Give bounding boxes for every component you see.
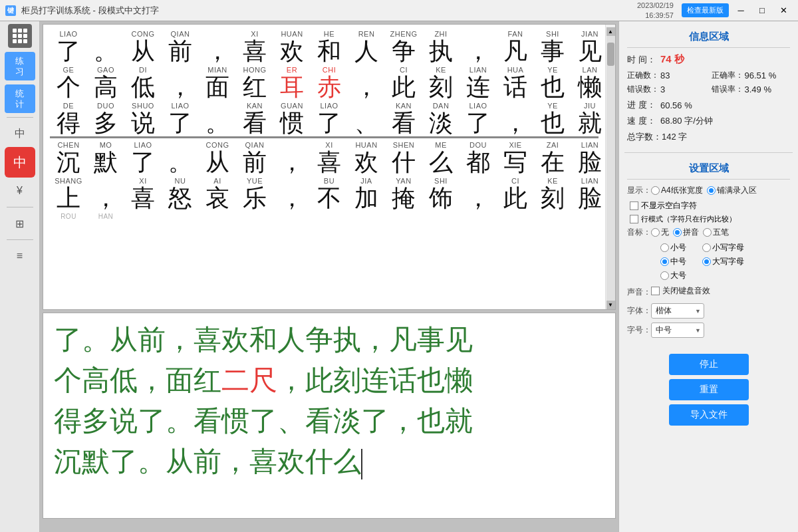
section-divider [50,136,598,138]
info-title: 信息区域 [627,27,790,48]
maximize-button[interactable]: □ [753,3,771,18]
active-mode-icon[interactable]: 中 [5,147,35,178]
radio-circle-a4[interactable] [651,186,660,195]
title-bar-left: 键 柜员打字训练系统 - 段模式中文打字 [5,5,159,17]
radio-pinyin[interactable]: 拼音 [673,227,699,238]
radio-circle-none[interactable] [651,228,660,237]
char-unit: ， [273,176,311,210]
error-count-value: 3 [660,84,665,94]
sidebar: 练 习 统 计 中 中 ¥ ⊞ ≡ [0,21,40,532]
font-label: 字体： [627,305,651,317]
input-line-3: 得多说了。看惯了、看淡了，也就 [54,406,473,436]
radio-circle-fill[interactable] [707,186,716,195]
char-unit: MO默 [87,140,124,174]
char-unit: DI低 [124,65,162,99]
import-button[interactable]: 导入文件 [669,404,749,426]
radio-small[interactable]: 小号 [660,242,686,253]
scroll-up-button[interactable]: ▲ [606,27,615,36]
radio-circle-small[interactable] [660,243,669,252]
apps-grid-icon[interactable] [8,24,32,48]
char-unit: ， [460,176,497,210]
radio-medium[interactable]: 中号 [660,256,686,267]
radio-a4[interactable]: A4纸张宽度 [651,185,703,196]
sound-checkbox[interactable]: 关闭键盘音效 [651,285,710,297]
radio-wubi[interactable]: 五笔 [703,227,729,238]
show-space-checkbox[interactable]: 不显示空白字符 [630,200,790,211]
char-unit: ， [348,65,385,99]
radio-circle-medium[interactable] [660,257,669,266]
stop-button[interactable]: 停止 [669,354,749,375]
action-buttons: 停止 重置 导入文件 [619,347,798,432]
char-unit: JIA加 [348,176,385,210]
char-unit: CHI赤 [311,65,348,99]
correct-count-row: 正确数： 83 [627,70,706,81]
char-unit: 。 [87,29,124,63]
checkbox-box-space[interactable] [630,201,638,210]
menu-icon[interactable]: ≡ [8,244,32,268]
close-button[interactable]: ✕ [774,3,793,18]
char-unit: NU怒 [162,176,199,210]
app-title: 柜员打字训练系统 - 段模式中文打字 [21,5,159,17]
settings-title: 设置区域 [627,158,790,180]
grid-icon[interactable]: ⊞ [8,211,32,235]
restart-button[interactable]: 重置 [669,379,749,400]
check-update-button[interactable]: 检查最新版 [682,3,729,17]
minimize-button[interactable]: ─ [732,3,750,18]
text-cursor [361,449,362,479]
char-unit: DOU都 [460,140,497,174]
radio-circle-large[interactable] [660,271,669,280]
sound-label: 声音： [627,287,651,298]
fontsize-select[interactable]: 中号 [651,323,704,338]
char-unit: XI喜 [311,140,348,174]
char-unit: YUE乐 [236,176,273,210]
error-rate-value: 3.49 % [745,84,771,94]
char-unit: DUO多 [87,100,124,135]
input-line-1: 了。从前，喜欢和人争执，凡事见 [54,325,473,355]
scroll-handle[interactable] [607,43,614,66]
radio-circle-wubi[interactable] [703,228,712,237]
radio-large[interactable]: 大号 [660,270,686,281]
radio-label-fill: 铺满录入区 [717,185,757,196]
scroll-down-button[interactable]: ▼ [606,301,615,309]
input-panel[interactable]: 了。从前，喜欢和人争执，凡事见 个高低，面红二尺，此刻连话也懒 得多说了。看惯了… [43,313,616,519]
char-unit: LIAO了 [50,29,87,63]
scroll-track[interactable] [606,36,615,301]
text-display-panel: LIAO了 。 CONG从 QIAN前 ， XI喜 HUAN欢 HE和 REN人… [43,24,616,310]
fontsize-label: 字号： [627,325,651,336]
char-unit: SHEN什 [385,140,422,174]
char-unit: LIAO了 [124,140,162,174]
radio-fill[interactable]: 铺满录入区 [707,185,757,196]
error-rate-row: 错误率： 3.49 % [712,84,791,95]
title-bar-right: 2023/02/19 16:39:57 检查最新版 ─ □ ✕ [637,1,793,20]
char-unit: XI喜 [124,176,162,210]
radio-none[interactable]: 无 [651,227,669,238]
radio-circle-pinyin[interactable] [673,228,682,237]
chinese-input-icon[interactable]: 中 [8,122,32,146]
radio-uppercase[interactable]: 大写字母 [702,256,744,267]
speed-label: 速 度： [627,115,660,127]
char-unit: ， [460,29,497,63]
radio-lowercase[interactable]: 小写字母 [702,242,744,253]
input-line-2-normal: 个高低，面红 [54,365,221,396]
checkbox-box-sound[interactable] [651,287,660,295]
scrollbar[interactable]: ▲ ▼ [605,25,615,309]
char-unit: ， [87,176,124,210]
size-row3: 大号 [660,270,790,281]
radio-circle-lowercase[interactable] [702,243,711,252]
text-row-1: LIAO了 。 CONG从 QIAN前 ， XI喜 HUAN欢 HE和 REN人… [50,29,598,63]
time-value: 74 秒 [660,53,684,66]
size-case-row1: 小号 小写字母 [660,242,790,253]
font-select[interactable]: 楷体 [651,303,704,319]
char-unit: REN人 [348,29,385,63]
char-unit: SHI饰 [422,176,460,210]
checkbox-box-linemode[interactable] [630,215,638,223]
stats-button[interactable]: 统 计 [5,84,35,113]
practice-button[interactable]: 练 习 [5,52,35,80]
text-row-2: GE个 GAO高 DI低 ， MIAN面 HONG红 ER耳 CHI赤 ， CI… [50,65,598,99]
time-row: 时 间： 74 秒 [627,53,790,66]
radio-circle-uppercase[interactable] [702,257,711,266]
char-unit: LAN懒 [571,65,605,99]
line-mode-checkbox[interactable]: 行模式（字符只在行内比较） [630,214,790,224]
font-setting-row: 字体： 楷体 [627,303,790,319]
currency-icon[interactable]: ¥ [8,179,32,203]
